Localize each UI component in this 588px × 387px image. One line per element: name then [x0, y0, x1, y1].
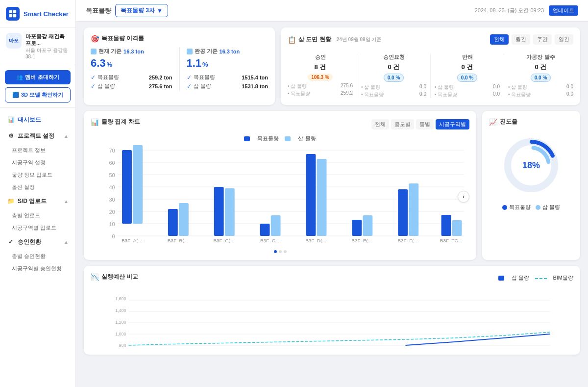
- svg-rect-34: [441, 215, 451, 236]
- shovel-col-approved: 승인 8 건 106.3 % • 삽 물량275.6 • 목표물량259.2: [288, 53, 353, 98]
- 3d-model-button[interactable]: 🟦 3D 모델 확인하기: [5, 87, 71, 103]
- sidebar-item-floor-upload[interactable]: 층별 업로드: [0, 209, 75, 222]
- svg-text:B3F_C(...: B3F_C(...: [213, 238, 234, 243]
- current-col: 현재 기준 16.3 ton 6.3 % ✓ 목표물량 259.2 ton: [91, 48, 172, 91]
- svg-rect-21: [133, 145, 143, 224]
- settings-icon: ⚙: [7, 132, 15, 140]
- target-dropdown[interactable]: 목표물량 3차 ▼: [115, 4, 168, 17]
- chart-tab-usage[interactable]: 용도별: [391, 119, 414, 129]
- chart-tab-building[interactable]: 동별: [416, 119, 434, 129]
- shovel-tab-daily[interactable]: 일간: [555, 34, 573, 45]
- shovel-col-rejected: 반려 0 건 0.0 % • 삽 물량0.0 • 목표물량0.0: [435, 53, 500, 98]
- shovel-grid: 승인 8 건 106.3 % • 삽 물량275.6 • 목표물량259.2 승…: [288, 53, 573, 98]
- page-dot-1: [274, 250, 277, 253]
- sidebar-item-dashboard[interactable]: 📊 대시보드: [0, 112, 75, 128]
- bar-chart-svg: 0 10 20 30 40 50 60 70: [91, 145, 469, 243]
- project-name: 마포용강 재건축프로...: [25, 33, 70, 47]
- sidebar-item-floor-approval[interactable]: 층별 승인현황: [0, 250, 75, 262]
- shovel-tab-all[interactable]: 전체: [490, 34, 509, 45]
- progress-icon: 📈: [489, 118, 497, 126]
- svg-rect-24: [214, 187, 224, 236]
- chart-pagination: [91, 250, 469, 253]
- shovel-tab-weekly[interactable]: 주간: [533, 34, 552, 45]
- chart-tab-all[interactable]: 전체: [371, 119, 389, 129]
- sidebar-item-option-settings[interactable]: 옵션 설정: [0, 181, 75, 193]
- donut-percentage: 18%: [522, 160, 540, 171]
- shovel-col-pending: 승인요청 0 건 0.0 % • 삽 물량0.0 • 목표물량0.0: [361, 53, 426, 98]
- sidebar-item-sd-upload[interactable]: 📁 S/D 업로드 ▲: [0, 193, 75, 209]
- svg-text:1,000: 1,000: [115, 332, 126, 336]
- navigation: 📊 대시보드 ⚙ 프로젝트 설정 ▲ 프로젝트 정보 시공구역 설정 물량 정보…: [0, 108, 75, 387]
- member-invite-button[interactable]: 👥 멤버 초대하기: [5, 70, 71, 84]
- current-pct-value: 6.3: [91, 57, 106, 70]
- project-info: 마포 마포용강 재건축프로... 서울 마포구 용강동 38-1: [0, 28, 75, 65]
- target-card-title: 🎯 목표물량 이격률: [91, 34, 268, 43]
- svg-text:1,600: 1,600: [115, 296, 126, 301]
- shovel-sub-factory: • 삽 물량0.0 • 목표물량0.0: [508, 84, 573, 98]
- shovel-divider-2: [430, 53, 431, 98]
- sidebar: Smart Checker 마포 마포용강 재건축프로... 서울 마포구 용강…: [0, 0, 76, 387]
- shovel-card: 📋 삽 도면 현황 24년 09월 09일 기준 전체 월간 주간 일간 승인: [281, 27, 580, 105]
- svg-text:900: 900: [119, 343, 126, 348]
- chart-next-button[interactable]: ›: [458, 191, 469, 203]
- sidebar-item-quantity-upload[interactable]: 물량 정보 업로드: [0, 169, 75, 181]
- progress-title: 📈 진도율: [489, 118, 573, 126]
- svg-text:1,400: 1,400: [115, 308, 126, 313]
- current-pct-symbol: %: [107, 61, 113, 68]
- chart-header: 📊 물량 집계 차트 전체 용도별 동별 시공구역별: [91, 118, 469, 131]
- svg-rect-26: [260, 224, 270, 236]
- dashboard-icon: 📊: [7, 116, 15, 124]
- shovel-sub-rejected: • 삽 물량0.0 • 목표물량0.0: [435, 84, 500, 98]
- sidebar-item-project-info[interactable]: 프로젝트 정보: [0, 144, 75, 156]
- charts-row: 📊 물량 집계 차트 전체 용도별 동별 시공구역별 목표물량 삽 물량: [84, 111, 580, 260]
- sidebar-item-approval[interactable]: ✓ 승인현황 ▲: [0, 234, 75, 250]
- sidebar-item-area-approval[interactable]: 시공구역별 승인현황: [0, 262, 75, 275]
- main-content: 목표물량 목표물량 3차 ▼ 2024. 08. 23. (금) 오전 09:2…: [76, 0, 588, 387]
- svg-text:50: 50: [109, 173, 115, 178]
- complete-header: 완공 기준 16.3 ton: [187, 48, 269, 55]
- complete-pct-value: 1.1: [187, 57, 202, 70]
- svg-text:10: 10: [109, 222, 115, 227]
- legend-shovel: [285, 136, 291, 141]
- svg-rect-2: [9, 14, 12, 17]
- svg-text:B3F_A(...: B3F_A(...: [122, 238, 142, 243]
- col-icon-current: [91, 49, 97, 54]
- svg-rect-25: [225, 188, 235, 236]
- target-icon: 🎯: [91, 35, 99, 43]
- check-icon-qty2: ✓: [187, 74, 192, 81]
- svg-text:B3F_C...: B3F_C...: [260, 238, 279, 243]
- donut-wrap: 18%: [502, 136, 561, 195]
- shovel-tab-monthly[interactable]: 월간: [512, 34, 530, 45]
- chevron-up-icon-2: ▲: [64, 199, 69, 204]
- sidebar-item-area-upload[interactable]: 시공구역별 업로드: [0, 222, 75, 234]
- prog-dot-target: [502, 205, 507, 210]
- svg-text:0: 0: [112, 234, 115, 239]
- svg-rect-31: [363, 215, 372, 236]
- shovel-sub-approved: • 삽 물량275.6 • 목표물량259.2: [288, 83, 353, 97]
- svg-text:60: 60: [109, 160, 115, 166]
- badge-approved: 106.3 %: [308, 74, 333, 81]
- svg-rect-3: [13, 14, 16, 17]
- legend-target: [244, 136, 250, 141]
- app-name: Smart Checker: [24, 10, 69, 18]
- svg-rect-27: [271, 215, 281, 236]
- project-details: 마포용강 재건축프로... 서울 마포구 용강동 38-1: [25, 33, 70, 60]
- svg-rect-23: [179, 203, 189, 236]
- svg-rect-30: [352, 220, 362, 236]
- check-icon: ✓: [7, 238, 15, 246]
- complete-row-qty: ✓ 목표물량 1515.4 ton: [187, 74, 269, 81]
- update-button[interactable]: 업데이트: [549, 5, 578, 16]
- current-header: 현재 기준 16.3 ton: [91, 48, 172, 55]
- target-section: 현재 기준 16.3 ton 6.3 % ✓ 목표물량 259.2 ton: [91, 48, 268, 91]
- sidebar-item-area-settings[interactable]: 시공구역 설정: [0, 156, 75, 169]
- progress-legend: 목표물량 삽 물량: [502, 204, 560, 211]
- chart-tab-area[interactable]: 시공구역별: [436, 119, 469, 129]
- sidebar-item-project-settings[interactable]: ⚙ 프로젝트 설정 ▲: [0, 128, 75, 144]
- budget-icon: 📉: [91, 273, 99, 281]
- svg-rect-22: [168, 209, 178, 236]
- prog-leg-target: 목표물량: [502, 204, 531, 211]
- svg-text:70: 70: [109, 148, 115, 154]
- shovel-col-factory: 가공장 발주 0 건 0.0 % • 삽 물량0.0 • 목표물량0.0: [508, 53, 573, 98]
- svg-rect-35: [452, 220, 462, 236]
- page-dot-2: [279, 250, 282, 253]
